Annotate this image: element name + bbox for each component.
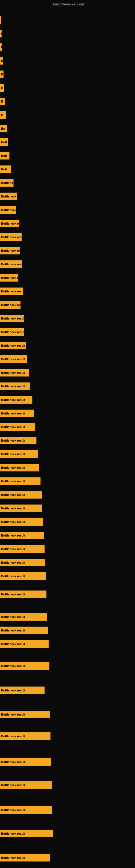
bar-item: Bottleneck result bbox=[0, 504, 42, 512]
bar-label: Bott bbox=[1, 154, 7, 157]
bar-fill: Bottleneck result bbox=[0, 686, 45, 694]
bar-item: Bottleneck result bbox=[0, 854, 50, 862]
bar-label: B bbox=[1, 113, 3, 117]
bar-fill: Bottleneck result bbox=[0, 590, 46, 598]
bar-fill: Bottleneck result bbox=[0, 355, 27, 363]
bar-fill: Bottleneck result bbox=[0, 758, 51, 766]
bar-fill: Bottleneck result bbox=[0, 711, 50, 718]
bar-item: Bottleneck result bbox=[0, 260, 22, 268]
bar-item: Bottleneck result bbox=[0, 355, 27, 363]
bar-item bbox=[0, 16, 1, 24]
bar-item: Bottleneck re bbox=[0, 274, 18, 282]
bar-item: Bottleneck result bbox=[0, 590, 46, 598]
bar-item: Bottleneck result bbox=[0, 369, 29, 376]
bar-item: Bottleneck result bbox=[0, 572, 46, 580]
bar-fill: Bottleneck result bbox=[0, 781, 52, 789]
bar-fill: Bottleneck result bbox=[0, 532, 44, 539]
bar-fill: Bottleneck re bbox=[0, 193, 17, 200]
bar-label: Bottleneck result bbox=[1, 561, 25, 564]
bar-label: Bottleneck result bbox=[1, 713, 25, 716]
bar-label: Bottleneck resu bbox=[1, 222, 19, 225]
bar-fill bbox=[0, 16, 1, 24]
bar-item: Bottleneck result bbox=[0, 342, 26, 349]
bar-item: Bottleneck result bbox=[0, 640, 49, 648]
bar-item: Bottleneck result bbox=[0, 328, 24, 336]
bar-item: Bottleneck result bbox=[0, 437, 37, 444]
bar-item: Bottleneck result bbox=[0, 545, 45, 553]
bar-label: B bbox=[1, 73, 3, 76]
bar-fill: Bottleneck result bbox=[0, 733, 50, 740]
bar-item: Bott bbox=[0, 138, 8, 146]
bar-label: Bottleneck result bbox=[1, 384, 25, 388]
bar-item: Bottleneck result bbox=[0, 559, 45, 566]
bar-fill: Bott bbox=[0, 152, 9, 159]
bar-item: B bbox=[0, 70, 3, 78]
site-title: TheBottlenecker.com bbox=[51, 2, 84, 6]
bar-item: Bottleneck result bbox=[0, 711, 50, 718]
bar-item: Bottleneck result bbox=[0, 532, 44, 539]
bar-label: B bbox=[1, 86, 3, 90]
bar-item: Bo bbox=[0, 125, 7, 132]
bar-label: Bottleneck result bbox=[1, 453, 25, 456]
bar-item: Bottleneck result bbox=[0, 233, 21, 241]
bar-item: Bottleneck result bbox=[0, 382, 30, 390]
bar-fill: Bottleneck result bbox=[0, 287, 23, 295]
bar-fill: Bottleneck bbox=[0, 206, 16, 214]
bar-label: Bottleneck res bbox=[1, 249, 20, 252]
bar-fill: Bottleneck result bbox=[0, 410, 34, 417]
bar-fill: Bo bbox=[0, 125, 7, 132]
bar-label: Bottleneck result bbox=[1, 466, 25, 469]
bar-label: Bottleneck result bbox=[1, 507, 25, 510]
bar-fill: Bottleneck resu bbox=[0, 220, 19, 227]
bar-label: B bbox=[1, 32, 2, 35]
bar-label: Bottleneck result bbox=[1, 439, 25, 442]
bar-fill: Bottleneck result bbox=[0, 464, 39, 471]
bar-item: Bottleneck result bbox=[0, 464, 39, 471]
bar-label: Bottleneck result bbox=[1, 425, 25, 429]
bar-label: Bott bbox=[1, 167, 7, 171]
bar-fill: Bott bbox=[0, 165, 11, 173]
bar-fill: B bbox=[0, 57, 3, 65]
bar-label: Bottleneck result bbox=[1, 547, 25, 551]
bar-fill: Bottleneck result bbox=[0, 315, 24, 322]
bar-label: Bottleneck re bbox=[1, 195, 17, 198]
bar-fill: Bottleneck result bbox=[0, 233, 21, 241]
bar-item: Bottleneck result bbox=[0, 806, 52, 814]
bar-label: Bottleneck result bbox=[1, 520, 25, 524]
bar-label: Bottleneck result bbox=[1, 344, 25, 347]
bar-item: Bottleneck result bbox=[0, 396, 32, 404]
bar-label: Bottleneck result bbox=[1, 832, 25, 835]
bar-label: Bottleneck result bbox=[1, 760, 25, 764]
bar-fill: Bottleneck result bbox=[0, 423, 35, 431]
bar-fill: Bottleneck result bbox=[0, 477, 41, 485]
bar-fill: B bbox=[0, 30, 2, 37]
bar-item: Bottleneck result bbox=[0, 686, 45, 694]
bar-item: Bottleneck result bbox=[0, 781, 52, 789]
bar-label: B bbox=[1, 59, 3, 62]
bar-label: Bottleneck result bbox=[1, 493, 25, 496]
bar-fill: Bottleneck result bbox=[0, 854, 50, 862]
bar-label: Bottleneck result bbox=[1, 735, 25, 738]
bar-fill: Bottleneck result bbox=[0, 450, 38, 458]
bar-fill: Bottleneck re bbox=[0, 274, 18, 282]
bar-item: Bott bbox=[0, 165, 11, 173]
bar-item: Bottleneck result bbox=[0, 613, 47, 621]
bar-label: Bottleneck resu bbox=[1, 303, 20, 307]
bar-label: Bottleneck result bbox=[1, 575, 25, 578]
bar-item: Bottleneck result bbox=[0, 662, 49, 670]
bar-fill: B bbox=[0, 98, 5, 105]
bar-fill: Bottleneck result bbox=[0, 260, 22, 268]
bar-fill: Bottlene bbox=[0, 179, 13, 187]
bar-label: Bottleneck result bbox=[1, 358, 25, 361]
bar-fill: Bottleneck result bbox=[0, 640, 49, 648]
bar-item: Bottleneck result bbox=[0, 410, 34, 417]
bar-label: Bottleneck result bbox=[1, 689, 25, 692]
bar-label: Bottleneck result bbox=[1, 236, 21, 239]
bar-label: B bbox=[1, 45, 2, 49]
bar-fill: Bottleneck result bbox=[0, 572, 46, 580]
bar-item: B bbox=[0, 57, 3, 65]
bar-item: Bottleneck result bbox=[0, 627, 48, 634]
bar-item: B bbox=[0, 30, 2, 37]
bar-item: Bottleneck res bbox=[0, 247, 20, 254]
bar-fill: Bottleneck result bbox=[0, 613, 47, 621]
